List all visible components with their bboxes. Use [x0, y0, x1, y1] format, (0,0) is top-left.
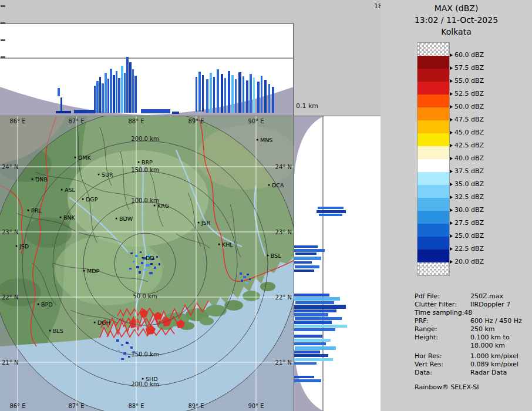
- echo-cell: [128, 356, 130, 358]
- legend-label: 52.5 dBZ: [450, 89, 484, 99]
- echo-bar: [294, 249, 325, 252]
- legend-tick-arrow: [450, 66, 453, 70]
- echo-bar: [294, 257, 321, 260]
- city-dot: [142, 378, 144, 380]
- city-dot: [116, 218, 117, 220]
- echo-bar: [99, 77, 101, 113]
- city-dot: [138, 161, 140, 163]
- info-value: Radar Data: [470, 369, 507, 377]
- info-row: Height:0.100 km to: [415, 333, 531, 342]
- latitude-label: 23° N: [275, 229, 292, 235]
- city-label: DNB: [35, 176, 48, 183]
- legend-color-cell: [417, 262, 449, 275]
- latitude-label: 21° N: [275, 359, 292, 366]
- info-value: 600 Hz / 450 Hz: [470, 317, 522, 325]
- legend-color-cell: [417, 133, 449, 146]
- range-ring-label: 150.0 km: [131, 351, 159, 358]
- echo-cell: [116, 339, 119, 342]
- echo-bar: [110, 69, 112, 113]
- top-cross-section-svg: [0, 0, 294, 116]
- radar-map-svg: DMKBRPSURDNBASLDGPKRGPRLBNKBDWJSRMNSDCAK…: [0, 116, 294, 411]
- legend-label: 47.5 dBZ: [450, 115, 484, 124]
- legend-label: 50.0 dBZ: [450, 102, 484, 112]
- echo-bar: [105, 73, 107, 113]
- echo-cell: [247, 274, 249, 275]
- echo-bar: [198, 72, 201, 112]
- legend-tick-arrow: [450, 247, 453, 251]
- legend-tick-arrow: [450, 144, 453, 147]
- city-dot: [268, 184, 270, 186]
- legend-tick-arrow: [450, 208, 453, 212]
- city-label: DCA: [272, 182, 284, 188]
- legend-tick-arrow: [450, 170, 453, 173]
- info-row: Vert Res:0.089 km/pixel: [415, 361, 531, 369]
- echo-bar: [261, 76, 262, 113]
- city-dot: [38, 304, 39, 305]
- echo-bar: [295, 252, 316, 255]
- city-dot: [16, 245, 18, 247]
- range-ring-label: 100.0 km: [131, 197, 159, 204]
- info-block: Pdf File:250Z.maxClutter Filter:IIRDoppl…: [415, 292, 531, 377]
- echo-cell: [123, 352, 126, 355]
- echo-bar: [295, 265, 319, 268]
- legend-label: 37.5 dBZ: [450, 167, 484, 176]
- legend-label: 22.5 dBZ: [450, 244, 484, 254]
- echo-bar: [217, 69, 219, 113]
- echo-bar: [231, 75, 234, 113]
- info-value: 250 km: [470, 325, 495, 333]
- city-dot: [267, 255, 269, 257]
- info-label: Data:: [415, 369, 470, 377]
- legend-color-cell: [417, 43, 449, 56]
- range-ring-label: 200.0 km: [131, 136, 159, 142]
- info-value: 0.089 km/pixel: [470, 361, 518, 369]
- echo-bar: [116, 71, 117, 113]
- city-label: MDP: [87, 268, 100, 274]
- city-label: JSR: [201, 220, 211, 226]
- city-dot: [83, 270, 85, 272]
- city-dot: [61, 189, 63, 191]
- echo-cell: [243, 276, 246, 278]
- legend-color-cell: [417, 224, 449, 237]
- echo-bar: [319, 214, 342, 216]
- echo-bar: [294, 309, 336, 312]
- echo-bar: [294, 261, 312, 264]
- echo-bar: [257, 82, 260, 113]
- city-dot: [75, 157, 76, 159]
- info-value: 250Z.max: [470, 292, 503, 301]
- legend-panel: MAX (dBZ) 13:02 / 11-Oct-2025 Kolkata 60…: [381, 0, 532, 411]
- city-label: BDW: [119, 215, 133, 222]
- city-dot: [154, 205, 156, 207]
- legend-color-cell: [417, 172, 449, 185]
- height-axis-ticks: [1, 5, 5, 58]
- info-row: PRF:600 Hz / 450 Hz: [415, 317, 531, 325]
- side-echo-bars: [294, 207, 347, 382]
- echo-bar: [121, 66, 123, 113]
- longitude-label: 87° E: [68, 118, 84, 124]
- legend-tick-arrow: [450, 260, 453, 264]
- echo-bar: [196, 77, 197, 112]
- range-ring-label: 200.0 km: [131, 381, 159, 388]
- echo-bar: [250, 74, 252, 113]
- echo-cell: [149, 272, 153, 274]
- legend-color-cell: [417, 56, 449, 69]
- echo-bar: [294, 294, 329, 297]
- echo-bar: [235, 79, 237, 113]
- echo-bar: [294, 328, 335, 331]
- echo-bar: [129, 62, 132, 113]
- echo-cell: [159, 263, 160, 265]
- echo-bar: [294, 325, 347, 328]
- station-name: Kolkata: [381, 26, 532, 38]
- legend-label: 30.0 dBZ: [450, 206, 484, 215]
- echo-bar: [60, 97, 62, 113]
- echo-cell: [135, 255, 138, 257]
- city-dot: [257, 139, 258, 141]
- echo-bar: [221, 74, 223, 113]
- info-value: 18.000 km: [470, 342, 505, 350]
- city-label: BLS: [53, 328, 63, 334]
- echo-bar: [294, 351, 320, 353]
- city-dot: [198, 222, 200, 224]
- echo-bar: [294, 321, 332, 324]
- echo-bar: [294, 269, 314, 272]
- legend-tick-arrow: [450, 79, 453, 83]
- longitude-label: 90° E: [248, 118, 264, 124]
